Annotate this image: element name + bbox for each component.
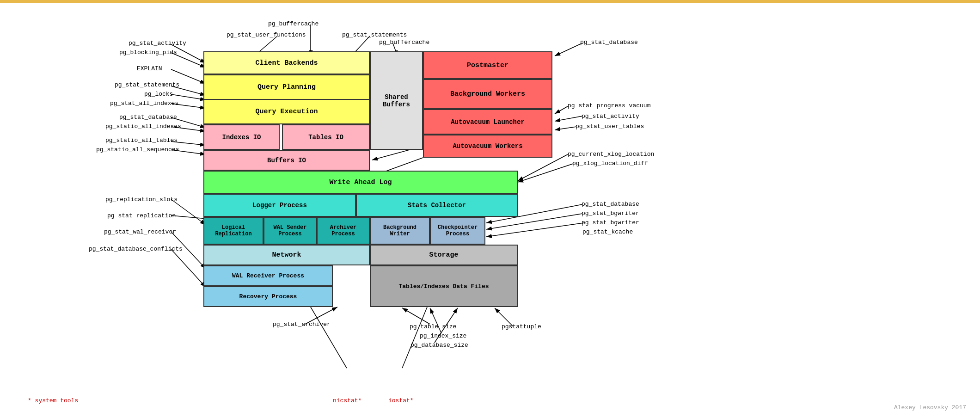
recovery-process-box: Recovery Process [203, 286, 333, 307]
svg-line-19 [518, 164, 573, 182]
iostat-label: iostat* [388, 397, 414, 404]
svg-line-23 [171, 249, 206, 287]
checkpointer-label: CheckpointerProcess [438, 224, 478, 237]
autovacuum-workers-label: Autovacuum Workers [453, 142, 522, 150]
label-pg-database-size: pg_database_size [410, 342, 468, 349]
checkpointer-box: CheckpointerProcess [430, 217, 485, 245]
indexes-io-label: Indexes IO [222, 134, 261, 141]
label-pg-stat-statements: pg_stat_statements [115, 81, 179, 88]
archiver-process-box: ArchiverProcess [317, 217, 370, 245]
label-pg-stat-user-functions: pg_stat_user_functions [227, 31, 306, 38]
label-explain: EXPLAIN [137, 65, 162, 72]
label-pg-stat-database-r: pg_stat_database [580, 39, 638, 46]
network-box: Network [203, 245, 370, 265]
wal-receiver-label: WAL Receiver Process [232, 272, 304, 279]
label-pg-stat-database-r2: pg_stat_database [582, 201, 639, 208]
tables-io-box: Tables IO [282, 124, 370, 150]
bg-writer-label: BackgroundWriter [383, 224, 416, 237]
tables-indexes-label: Tables/Indexes Data Files [398, 283, 489, 290]
logical-replication-box: LogicalReplication [203, 217, 263, 245]
background-workers-label: Background Workers [450, 90, 525, 98]
svg-line-14 [555, 43, 582, 56]
client-backends-label: Client Backends [255, 59, 318, 67]
autovacuum-launcher-label: Autovacuum Launcher [451, 118, 525, 126]
query-execution-label: Query Execution [255, 108, 318, 116]
label-pg-stat-database-l: pg_stat_database [119, 114, 177, 121]
wal-label: Write Ahead Log [329, 178, 392, 186]
shared-buffers-label: SharedBuffers [383, 93, 410, 108]
logger-process-label: Logger Process [252, 202, 307, 209]
tables-io-label: Tables IO [308, 134, 343, 141]
buffers-io-box: Buffers IO [203, 150, 370, 171]
svg-line-15 [555, 106, 568, 114]
query-planning-box: Query Planning [203, 74, 370, 100]
svg-line-17 [555, 127, 576, 130]
tables-indexes-box: Tables/Indexes Data Files [370, 265, 518, 307]
svg-line-16 [555, 116, 582, 121]
svg-line-7 [171, 94, 206, 100]
svg-line-20 [171, 199, 206, 225]
label-pg-stat-kcache: pg_stat_kcache [582, 228, 633, 235]
diagram-container: pg_buffercache pg_stat_user_functions pg… [0, 3, 980, 418]
recovery-process-label: Recovery Process [239, 293, 297, 300]
logger-process-box: Logger Process [203, 194, 356, 217]
label-pg-locks: pg_locks [144, 91, 173, 98]
autovacuum-workers-box: Autovacuum Workers [423, 135, 552, 158]
label-pg-stat-user-tables: pg_stat_user_tables [576, 123, 644, 130]
label-pg-stat-replication: pg_stat_replication [107, 212, 176, 219]
label-pg-buffercache: pg_buffercache [379, 39, 429, 46]
label-pg-xlog-location-diff: pg_xlog_location_diff [572, 160, 648, 167]
indexes-io-box: Indexes IO [203, 124, 280, 150]
wal-box: Write Ahead Log [203, 171, 518, 194]
query-planning-label: Query Planning [257, 83, 316, 91]
footnote-iostat: iostat* [388, 397, 414, 404]
label-pg-index-size: pg_index_size [420, 332, 466, 339]
label-pg-current-xlog: pg_current_xlog_location [568, 151, 654, 158]
bg-writer-box: BackgroundWriter [370, 217, 430, 245]
storage-label: Storage [429, 251, 458, 259]
label-pg-statio-all-tables: pg_statio_all_tables [105, 137, 178, 144]
label-pg-stat-all-tables: pg_buffercache [268, 20, 318, 27]
label-pg-table-size: pg_table_size [410, 323, 456, 330]
label-pg-stat-activity: pg_stat_activity [129, 40, 186, 47]
client-backends-box: Client Backends [203, 51, 370, 74]
label-pg-stat-progress-vacuum: pg_stat_progress_vacuum [568, 102, 650, 109]
label-pg-stat-archiver: pg_stat_archiver [273, 321, 331, 328]
footnote-nicstat: nicstat* [333, 397, 361, 404]
label-pg-stat-wal-receiver: pg_stat_wal_receiver [104, 228, 176, 235]
nicstat-label: nicstat* [333, 397, 361, 404]
label-pg-stat-statements-top: pg_stat_statements [342, 31, 407, 38]
label-pg-stat-database-conflicts: pg_stat_database_conflicts [89, 246, 183, 252]
svg-line-18 [518, 154, 568, 181]
background-workers-box: Background Workers [423, 79, 552, 109]
stats-collector-label: Stats Collector [408, 202, 466, 209]
label-pg-replication-slots: pg_replication_slots [105, 196, 178, 203]
label-pg-stat-bgwriter2: pg_stat_bgwriter [582, 219, 639, 226]
wal-sender-box: WAL SenderProcess [263, 217, 317, 245]
attribution: Alexey Lesovsky 2017 [894, 404, 966, 411]
svg-line-28 [402, 308, 430, 324]
network-label: Network [272, 251, 301, 259]
label-pg-stat-all-indexes: pg_stat_all_indexes [110, 100, 178, 107]
label-pg-stat-bgwriter: pg_stat_bgwriter [582, 210, 639, 217]
label-pg-statio-all-indexes: pg_statio_all_indexes [105, 123, 181, 130]
query-execution-box: Query Execution [203, 99, 370, 124]
label-pgstattuple: pgstattuple [502, 323, 541, 330]
shared-buffers-box: SharedBuffers [370, 51, 423, 150]
archiver-process-label: ArchiverProcess [330, 224, 357, 237]
postmaster-box: Postmaster [423, 51, 552, 79]
label-pg-stat-activity-r: pg_stat_activity [582, 113, 639, 120]
storage-box: Storage [370, 245, 518, 265]
postmaster-label: Postmaster [467, 61, 508, 69]
footnote-system-tools: * system tools [28, 397, 78, 404]
autovacuum-launcher-box: Autovacuum Launcher [423, 109, 552, 135]
svg-line-26 [486, 223, 584, 237]
label-pg-statio-all-sequences: pg_statio_all_sequences [96, 146, 179, 153]
buffers-io-label: Buffers IO [267, 157, 306, 164]
wal-sender-label: WAL SenderProcess [273, 224, 306, 237]
wal-receiver-box: WAL Receiver Process [203, 265, 333, 286]
stats-collector-box: Stats Collector [356, 194, 518, 217]
logical-replication-label: LogicalReplication [215, 224, 251, 237]
label-pg-blocking-pids: pg_blocking_pids [119, 49, 177, 56]
